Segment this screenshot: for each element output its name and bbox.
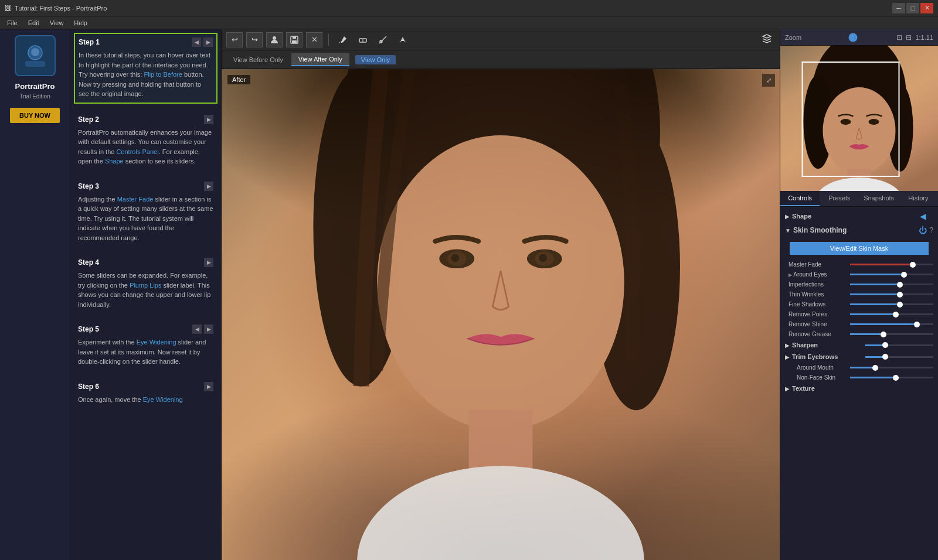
eye-widening-link[interactable]: Eye Widening (137, 339, 176, 346)
close-button[interactable]: ✕ (920, 3, 933, 13)
step-5-header: Step 5 ◀ ▶ (78, 325, 213, 334)
tab-snapshots[interactable]: Snapshots (859, 191, 899, 206)
person-button[interactable] (266, 32, 283, 47)
eye-widening-link2[interactable]: Eye Widening (143, 396, 183, 403)
around-eyes-label[interactable]: Around Eyes (789, 271, 850, 278)
step-4-next[interactable]: ▶ (204, 258, 213, 267)
app-icon-small: 🖼 (5, 5, 11, 12)
step-1-prev[interactable]: ◀ (192, 37, 201, 47)
svg-point-20 (451, 254, 460, 262)
toolbar-separator-1 (328, 34, 329, 46)
imperfections-fill (850, 284, 900, 285)
remove-shine-handle[interactable] (914, 322, 920, 327)
menu-help[interactable]: Help (69, 18, 92, 28)
step-4-body: Some sliders can be expanded. For exampl… (78, 271, 213, 309)
master-fade-track[interactable] (850, 264, 933, 265)
layers-button[interactable] (759, 32, 775, 47)
sharpen-section-header[interactable]: ▶ Sharpen (780, 339, 938, 351)
fine-shadows-handle[interactable] (897, 302, 903, 308)
remove-grease-track[interactable] (850, 333, 933, 335)
remove-pores-handle[interactable] (893, 312, 899, 317)
redo-button[interactable]: ↪ (246, 32, 263, 47)
imperfections-track[interactable] (850, 284, 933, 285)
view-before-tab[interactable]: View Before Only (226, 54, 290, 66)
minimize-button[interactable]: ─ (892, 3, 905, 13)
shape-section-header[interactable]: ▶ Shape ◀ (780, 209, 938, 223)
non-face-skin-track[interactable] (850, 377, 933, 378)
zoom-slider[interactable] (805, 36, 893, 38)
skin-smoothing-header: ▼ Skin Smoothing ⏻ ? (780, 223, 938, 237)
svg-point-27 (823, 87, 896, 174)
thin-wrinkles-track[interactable] (850, 293, 933, 295)
svg-point-4 (273, 36, 276, 40)
sharpen-track[interactable] (865, 344, 934, 346)
save-button[interactable] (286, 32, 303, 47)
view-edit-skin-mask-button[interactable]: View/Edit Skin Mask (790, 242, 929, 255)
imperfections-handle[interactable] (897, 282, 903, 288)
flip-to-before-link[interactable]: Flip to Before (144, 71, 182, 78)
toolbar: ↩ ↪ ✕ (222, 29, 780, 50)
title-bar-controls: ─ □ ✕ (892, 3, 933, 13)
remove-grease-handle[interactable] (881, 332, 886, 337)
trim-eyebrows-track[interactable] (865, 356, 934, 358)
brush-tool-button[interactable] (335, 32, 351, 47)
remove-grease-fill (850, 333, 883, 335)
svg-point-2 (31, 48, 39, 56)
maximize-button[interactable]: □ (906, 3, 919, 13)
step-6-next[interactable]: ▶ (204, 382, 213, 391)
zoom-fit-button[interactable]: ⊡ (896, 33, 902, 42)
fullscreen-button[interactable]: ⤢ (762, 74, 775, 87)
step-3-body: Adjusting the Master Fade slider in a se… (78, 194, 213, 243)
shape-toggle-icon[interactable]: ◀ (920, 211, 926, 221)
tool3-button[interactable] (375, 32, 391, 47)
close-image-button[interactable]: ✕ (306, 32, 322, 47)
menu-file[interactable]: File (2, 18, 22, 28)
menu-view[interactable]: View (45, 18, 69, 28)
menu-edit[interactable]: Edit (23, 18, 44, 28)
step-3-next[interactable]: ▶ (204, 182, 213, 191)
skin-smoothing-power-button[interactable]: ⏻ (919, 226, 927, 235)
fine-shadows-label: Fine Shadows (789, 301, 850, 308)
trim-eyebrows-handle[interactable] (882, 354, 888, 360)
remove-pores-track[interactable] (850, 313, 933, 315)
sharpen-chevron-icon: ▶ (785, 342, 790, 349)
imperfections-row: Imperfections (780, 279, 938, 289)
tab-history[interactable]: History (899, 191, 938, 206)
shape-link[interactable]: Shape (105, 158, 124, 165)
view-after-tab[interactable]: View After Only (291, 53, 349, 66)
tab-controls[interactable]: Controls (780, 191, 820, 206)
buy-now-button[interactable]: BUY NOW (10, 108, 60, 123)
controls-panel-link[interactable]: Controls Panel (116, 148, 158, 155)
step-6-header: Step 6 ▶ (78, 382, 213, 391)
non-face-skin-handle[interactable] (893, 375, 899, 381)
plump-lips-link[interactable]: Plump Lips (130, 282, 161, 289)
step-5-prev[interactable]: ◀ (192, 325, 202, 334)
main-container: PortraitPro Trial Edition BUY NOW Step 1… (0, 29, 938, 560)
undo-button[interactable]: ↩ (226, 32, 243, 47)
sharpen-handle[interactable] (882, 342, 888, 348)
title-bar-title: 🖼 Tutorial: First Steps - PortraitPro (5, 5, 107, 12)
center-area: ↩ ↪ ✕ (222, 29, 780, 560)
step-2-next[interactable]: ▶ (204, 115, 213, 124)
trim-eyebrows-label: Trim Eyebrows (792, 353, 861, 360)
step-5-next[interactable]: ▶ (204, 325, 213, 334)
around-eyes-track[interactable] (850, 274, 933, 275)
step-1-next[interactable]: ▶ (203, 37, 213, 47)
fine-shadows-track[interactable] (850, 303, 933, 305)
remove-shine-track[interactable] (850, 323, 933, 325)
thin-wrinkles-handle[interactable] (897, 292, 903, 298)
eraser-tool-button[interactable] (355, 32, 371, 47)
around-eyes-handle[interactable] (901, 272, 907, 278)
around-mouth-track[interactable] (850, 367, 933, 368)
master-fade-link[interactable]: Master Fade (117, 196, 154, 203)
tab-presets[interactable]: Presets (820, 191, 859, 206)
zoom-actual-button[interactable]: ⊟ (906, 33, 912, 42)
right-panel: Zoom ⊡ ⊟ 1:1.11 (780, 29, 938, 560)
master-fade-handle[interactable] (910, 262, 916, 268)
skin-smoothing-help-button[interactable]: ? (929, 226, 933, 234)
tool4-button[interactable] (395, 32, 411, 47)
step-4-title: Step 4 (78, 258, 99, 267)
texture-section-header[interactable]: ▶ Texture (780, 383, 938, 394)
around-mouth-handle[interactable] (872, 365, 878, 371)
trim-eyebrows-section-header[interactable]: ▶ Trim Eyebrows (780, 351, 938, 363)
